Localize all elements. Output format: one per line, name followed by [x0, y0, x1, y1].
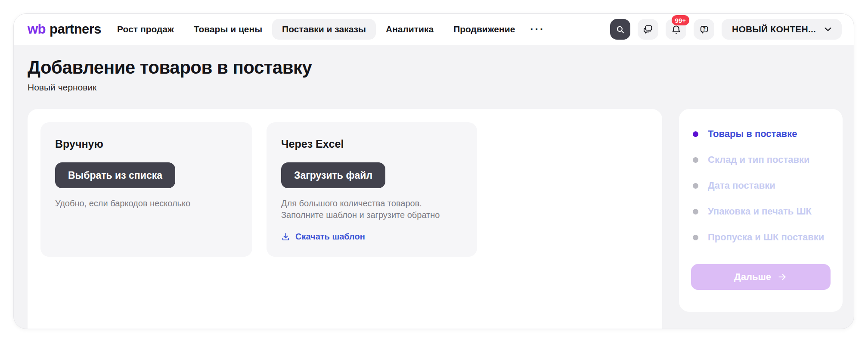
step-bullet [693, 157, 698, 163]
step-label: Дата поставки [708, 180, 775, 191]
page: wb partners Рост продаж Товары и цены По… [0, 0, 868, 345]
main-nav: Рост продаж Товары и цены Поставки и зак… [107, 19, 550, 40]
help-button[interactable]: ? [694, 19, 714, 40]
download-template-link[interactable]: Скачать шаблон [281, 232, 365, 242]
step-sklad-i-tip-postavki: Склад и тип поставки [693, 147, 832, 173]
nav-item-tovary-i-tseny[interactable]: Товары и цены [184, 19, 272, 40]
nav-more-button[interactable]: ··· [525, 19, 550, 40]
step-tovary-v-postavke[interactable]: Товары в поставке [693, 121, 832, 147]
step-label: Упаковка и печать ШК [708, 206, 812, 217]
manual-card-title: Вручную [55, 138, 238, 150]
step-label: Товары в поставке [708, 128, 797, 140]
next-button-label: Дальше [734, 271, 771, 283]
notifications-badge: 99+ [672, 15, 689, 25]
page-heading: Добавление товаров в поставку Новый черн… [28, 57, 312, 93]
logo-partners: partners [50, 22, 101, 37]
brand-logo[interactable]: wb partners [28, 22, 101, 37]
account-switcher[interactable]: НОВЫЙ КОНТЕН... [722, 19, 842, 40]
step-propuska-i-shk-postavki: Пропуска и ШК поставки [693, 224, 832, 250]
step-upakovka-i-pechat-shk: Упаковка и печать ШК [693, 199, 832, 224]
steps-list: Товары в поставке Склад и тип поставки Д… [679, 109, 843, 250]
header-actions: 99+ ? НОВЫЙ КОНТЕН... [610, 19, 842, 40]
excel-card: Через Excel Загрузить файл Для большого … [267, 122, 477, 257]
page-title: Добавление товаров в поставку [28, 57, 312, 78]
notifications-button[interactable]: 99+ [666, 19, 686, 40]
svg-text:?: ? [703, 26, 706, 31]
account-name: НОВЫЙ КОНТЕН... [732, 24, 816, 34]
excel-caption-line1: Для большого количества товаров. [281, 199, 422, 208]
nav-item-prodvizhenie[interactable]: Продвижение [443, 19, 525, 40]
manual-card: Вручную Выбрать из списка Удобно, если б… [40, 122, 252, 257]
help-icon: ? [699, 24, 710, 35]
stepper-card: Товары в поставке Склад и тип поставки Д… [679, 109, 843, 312]
chat-icon [642, 24, 654, 35]
upload-file-button[interactable]: Загрузить файл [281, 162, 385, 188]
content-panel: Вручную Выбрать из списка Удобно, если б… [28, 109, 662, 329]
download-icon [281, 232, 290, 241]
step-bullet [693, 131, 698, 137]
excel-card-title: Через Excel [281, 138, 462, 150]
page-subtitle: Новый черновик [28, 82, 312, 93]
step-bullet [693, 209, 698, 214]
excel-caption-line2: Заполните шаблон и загрузите обратно [281, 210, 440, 220]
step-bullet [693, 183, 698, 189]
arrow-right-icon [777, 272, 787, 282]
search-button[interactable] [610, 19, 630, 40]
next-button[interactable]: Дальше [691, 264, 831, 290]
nav-item-analitika[interactable]: Аналитика [376, 19, 443, 40]
logo-wb: wb [28, 22, 46, 37]
excel-card-caption: Для большого количества товаров. Заполни… [281, 198, 462, 221]
chevron-down-icon [823, 24, 833, 34]
step-bullet [693, 235, 698, 240]
manual-card-caption: Удобно, если баркодов несколько [55, 198, 238, 209]
download-template-label: Скачать шаблон [295, 232, 365, 242]
app-header: wb partners Рост продаж Товары и цены По… [14, 14, 854, 45]
step-label: Склад и тип поставки [708, 154, 810, 165]
nav-item-rost-prodazh[interactable]: Рост продаж [107, 19, 184, 40]
step-data-postavki: Дата поставки [693, 173, 832, 199]
choose-from-list-button[interactable]: Выбрать из списка [55, 162, 175, 188]
search-icon [615, 25, 625, 34]
bell-icon [671, 24, 682, 35]
app-window: wb partners Рост продаж Товары и цены По… [13, 13, 854, 329]
nav-item-postavki-i-zakazy[interactable]: Поставки и заказы [272, 19, 376, 40]
step-label: Пропуска и ШК поставки [708, 232, 824, 243]
chat-button[interactable] [638, 19, 658, 40]
